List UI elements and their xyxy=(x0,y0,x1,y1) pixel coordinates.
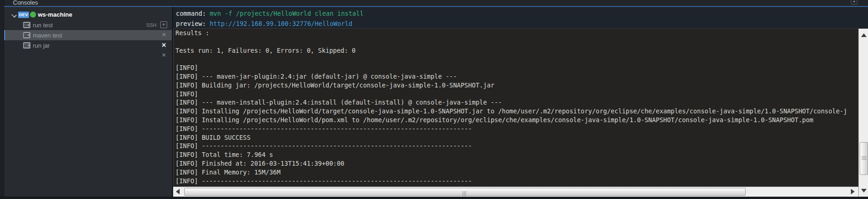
console-line: [INFO] ---------------------------------… xyxy=(174,177,858,186)
command-value: mvn -f /projects/HelloWorld clean instal… xyxy=(210,10,363,17)
console-line: [INFO] --- maven-install-plugin:2.4:inst… xyxy=(174,98,858,107)
panel-tab-bar: Consoles ▾ xyxy=(4,0,868,7)
vertical-scrollbar[interactable] xyxy=(858,29,868,197)
thumb-grip-icon xyxy=(463,190,467,195)
console-line xyxy=(174,37,858,46)
process-label: maven test xyxy=(33,32,62,39)
arrow-right-icon xyxy=(851,189,855,194)
dev-badge: DEV xyxy=(18,12,29,18)
console-line: [INFO] Total time: 7.964 s xyxy=(174,150,858,159)
ssh-label: SSH xyxy=(146,22,157,28)
console-area: command: mvn -f /projects/HelloWorld cle… xyxy=(172,7,868,197)
horizontal-scrollbar-thumb[interactable] xyxy=(184,188,746,196)
preview-row: preview: http://192.168.99.100:32776/Hel… xyxy=(176,19,868,29)
thumb-grip-icon xyxy=(862,156,867,161)
console-line: Results : xyxy=(174,29,858,37)
panel-title: Consoles xyxy=(13,0,38,6)
console-line: [INFO] Final Memory: 15M/36M xyxy=(174,168,858,177)
console-line xyxy=(174,55,858,63)
process-label: run test xyxy=(33,22,53,29)
console-line: [INFO] ---------------------------------… xyxy=(174,142,858,150)
console-line: [INFO] --- maven-jar-plugin:2.4:jar (def… xyxy=(174,72,858,81)
chevron-down-icon[interactable] xyxy=(12,13,16,17)
process-label: run jar xyxy=(33,42,50,49)
process-tree: DEV ws-machine run test SSH + maven test… xyxy=(4,10,172,61)
horizontal-scrollbar[interactable] xyxy=(173,187,858,197)
console-line: Tests run: 1, Failures: 0, Errors: 0, Sk… xyxy=(174,46,858,55)
close-icon[interactable]: ✕ xyxy=(161,42,167,49)
close-icon[interactable]: ✕ xyxy=(161,31,167,38)
scroll-left-button[interactable] xyxy=(174,187,183,197)
tree-row-machine[interactable]: DEV ws-machine xyxy=(4,10,172,20)
console-line: [INFO] xyxy=(174,90,858,99)
vertical-scrollbar-thumb[interactable] xyxy=(860,142,868,175)
tree-row-run-jar[interactable]: run jar ✕ xyxy=(4,40,172,50)
bottom-edge xyxy=(0,197,868,199)
console-line: [INFO] xyxy=(174,63,858,72)
chevron-down-boxed-icon: ▾ xyxy=(851,0,857,5)
machine-name: ws-machine xyxy=(38,11,72,18)
close-icon[interactable]: ✕ xyxy=(161,52,167,59)
command-label: command: xyxy=(176,10,210,17)
tree-row-run-test[interactable]: run test SSH + xyxy=(4,20,172,30)
console-line: [INFO] Installing /projects/HelloWorld/p… xyxy=(174,116,858,124)
console-line: [INFO] ---------------------------------… xyxy=(174,124,858,133)
add-terminal-button[interactable]: + xyxy=(160,21,167,28)
arrow-down-icon xyxy=(861,189,867,193)
arrow-left-icon xyxy=(176,189,180,194)
console-line: [INFO] Building jar: /projects/HelloWorl… xyxy=(174,81,858,90)
terminal-icon xyxy=(23,32,30,38)
preview-link[interactable]: http://192.168.99.100:32776/HelloWorld xyxy=(210,20,352,27)
process-tree-sidebar: DEV ws-machine run test SSH + maven test… xyxy=(4,7,172,197)
tree-row-maven-test[interactable]: maven test ✕ xyxy=(4,30,172,40)
scroll-right-button[interactable] xyxy=(848,187,857,197)
terminal-icon xyxy=(23,42,30,49)
console-header: command: mvn -f /projects/HelloWorld cle… xyxy=(173,7,868,29)
machine-status-icon xyxy=(30,12,36,18)
scroll-up-button[interactable] xyxy=(859,31,868,40)
console-line: [INFO] Finished at: 2016-03-13T15:41:39+… xyxy=(174,159,858,168)
console-line: [INFO] BUILD SUCCESS xyxy=(174,133,858,142)
console-output[interactable]: Results : Tests run: 1, Failures: 0, Err… xyxy=(173,29,858,187)
preview-label: preview: xyxy=(176,20,210,27)
minimize-panel-button[interactable]: ▾ xyxy=(851,0,857,5)
left-rail xyxy=(0,0,4,199)
arrow-up-icon xyxy=(861,33,867,37)
console-line: [INFO] Installing /projects/HelloWorld/t… xyxy=(174,107,858,116)
consoles-panel: Consoles ▾ DEV ws-machine run test SSH +… xyxy=(0,0,868,199)
terminal-icon xyxy=(23,22,30,28)
tree-row-closed-process[interactable]: ✕ xyxy=(4,50,172,61)
command-row: command: mvn -f /projects/HelloWorld cle… xyxy=(176,8,868,19)
scroll-down-button[interactable] xyxy=(859,186,868,195)
